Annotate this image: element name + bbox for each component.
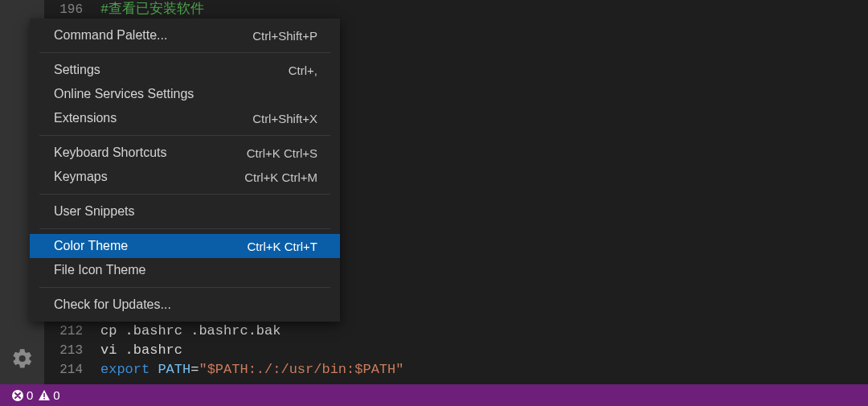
svg-rect-1 xyxy=(44,393,46,397)
line-number: 212 xyxy=(44,322,100,341)
status-errors-count: 0 xyxy=(27,388,33,402)
menu-item-label: Extensions xyxy=(54,111,117,125)
menu-item-keyboard-shortcuts[interactable]: Keyboard ShortcutsCtrl+K Ctrl+S xyxy=(30,141,340,165)
menu-item-keymaps[interactable]: KeymapsCtrl+K Ctrl+M xyxy=(30,165,340,189)
menu-separator xyxy=(39,228,330,229)
menu-item-color-theme[interactable]: Color ThemeCtrl+K Ctrl+T xyxy=(30,234,340,258)
preferences-menu: Command Palette...Ctrl+Shift+PSettingsCt… xyxy=(30,18,340,322)
line-number: 213 xyxy=(44,341,100,360)
menu-item-shortcut: Ctrl+, xyxy=(289,64,317,77)
menu-item-shortcut: Ctrl+K Ctrl+T xyxy=(247,240,317,253)
menu-separator xyxy=(39,135,330,136)
settings-gear-button[interactable] xyxy=(11,347,34,373)
menu-item-check-for-updates[interactable]: Check for Updates... xyxy=(30,293,340,317)
code-text: vi .bashrc xyxy=(100,341,182,360)
status-warnings-count: 0 xyxy=(53,388,59,402)
menu-item-label: User Snippets xyxy=(54,204,135,219)
menu-item-label: Check for Updates... xyxy=(54,297,171,312)
menu-item-user-snippets[interactable]: User Snippets xyxy=(30,199,340,224)
menu-item-label: File Icon Theme xyxy=(54,263,145,277)
code-text: #查看已安装软件 xyxy=(100,0,204,19)
menu-item-label: Color Theme xyxy=(54,239,128,253)
menu-item-label: Online Services Settings xyxy=(54,87,194,101)
code-line: 214export PATH="$PATH:./:/usr/bin:$PATH" xyxy=(44,360,868,379)
menu-item-extensions[interactable]: ExtensionsCtrl+Shift+X xyxy=(30,106,340,130)
error-icon xyxy=(11,389,24,402)
menu-separator xyxy=(39,194,330,195)
menu-item-shortcut: Ctrl+Shift+X xyxy=(252,112,317,125)
menu-item-online-services-settings[interactable]: Online Services Settings xyxy=(30,82,340,106)
svg-rect-2 xyxy=(44,398,46,400)
menu-item-settings[interactable]: SettingsCtrl+, xyxy=(30,58,340,82)
code-line: 213vi .bashrc xyxy=(44,341,868,360)
menu-item-label: Keymaps xyxy=(54,170,108,184)
menu-item-label: Command Palette... xyxy=(54,28,167,43)
menu-item-label: Settings xyxy=(54,63,100,77)
warning-icon xyxy=(38,389,51,402)
code-line: 212cp .bashrc .bashrc.bak xyxy=(44,322,868,341)
menu-item-shortcut: Ctrl+K Ctrl+M xyxy=(244,170,317,184)
code-text: cp .bashrc .bashrc.bak xyxy=(100,322,280,341)
menu-item-shortcut: Ctrl+K Ctrl+S xyxy=(247,146,317,160)
menu-item-file-icon-theme[interactable]: File Icon Theme xyxy=(30,258,340,282)
status-warnings[interactable]: 0 xyxy=(38,388,59,402)
menu-separator xyxy=(39,52,330,53)
menu-separator xyxy=(39,287,330,288)
code-text: export PATH="$PATH:./:/usr/bin:$PATH" xyxy=(100,360,403,379)
menu-item-command-palette[interactable]: Command Palette...Ctrl+Shift+P xyxy=(30,23,340,47)
code-line: 196 #查看已安装软件 xyxy=(44,0,868,19)
line-number: 214 xyxy=(44,360,100,379)
status-errors[interactable]: 0 xyxy=(11,388,33,402)
gear-icon xyxy=(11,347,34,370)
status-bar: 0 0 xyxy=(0,384,868,406)
menu-item-label: Keyboard Shortcuts xyxy=(54,146,167,160)
line-number: 196 xyxy=(44,0,100,19)
menu-item-shortcut: Ctrl+Shift+P xyxy=(252,29,317,43)
